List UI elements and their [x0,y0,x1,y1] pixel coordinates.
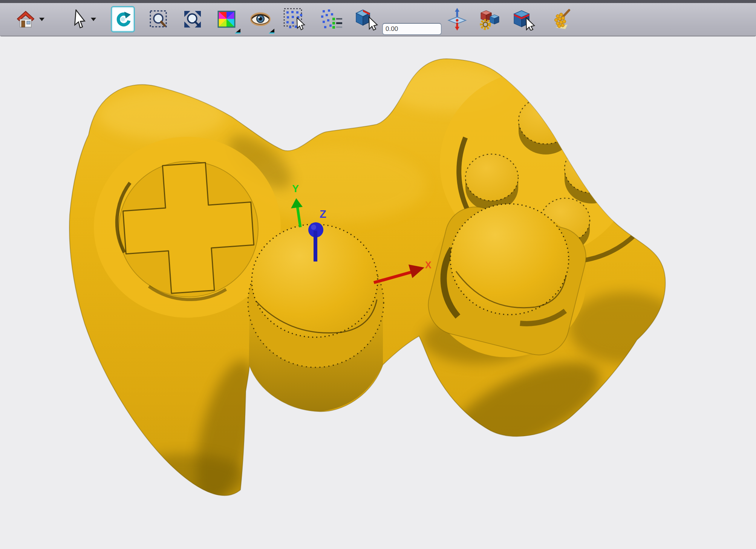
cursor-icon [70,9,86,29]
cube-delete-icon [512,8,535,31]
color-palette-icon [217,11,236,28]
points-marquee-icon [283,8,308,31]
gamepad-mesh: Y Z X [0,38,756,549]
main-toolbar [0,3,756,37]
right-stick-dome [450,204,569,315]
z-axis-shaft [314,231,317,262]
z-axis-label: Z [320,208,326,220]
home-dropdown-caret[interactable] [39,18,44,21]
zoom-window-button[interactable] [148,6,170,32]
x-axis-label: X [425,260,432,270]
section-plane-button[interactable] [445,6,469,32]
y-axis-label: Y [292,183,299,194]
point-list-icon [320,9,343,30]
visibility-flyout-icon [269,29,275,34]
select-dropdown-caret[interactable] [91,18,96,21]
button-top [519,97,573,154]
color-mode-button[interactable] [216,6,237,32]
button-left [465,154,518,211]
window-top-strip [0,0,756,3]
select-object-button[interactable] [353,6,380,32]
align-cubes-icon [478,8,501,30]
align-objects-button[interactable] [477,6,502,32]
color-flyout-icon [235,29,241,34]
section-plane-icon [447,8,467,31]
application-window: Y Z X [0,0,756,549]
sweep-clean-button[interactable] [551,6,573,32]
home-button[interactable] [15,6,36,32]
z-axis-ball-highlight [311,225,316,230]
cube-cursor-icon [354,8,379,31]
home-icon [17,10,35,28]
select-cursor-button[interactable] [67,6,89,32]
zoom-fit-icon [183,10,202,29]
eye-icon [250,12,271,27]
shadow-left-grip-tip [121,454,249,503]
button-right [565,145,619,203]
zoom-fit-button[interactable] [182,6,204,32]
shadow-right-bulge [569,292,682,364]
rotate-icon [115,11,131,28]
tolerance-input[interactable] [382,23,442,35]
point-list-button[interactable] [320,6,344,32]
zoom-window-icon [149,10,168,29]
highlight-left-hump [98,90,226,139]
delete-object-button[interactable] [511,6,536,32]
rotate-button[interactable] [111,6,135,32]
viewport-3d[interactable]: Y Z X [0,38,756,549]
sweep-broom-icon [552,8,572,31]
select-points-button[interactable] [282,6,309,32]
visibility-button[interactable] [249,6,271,32]
